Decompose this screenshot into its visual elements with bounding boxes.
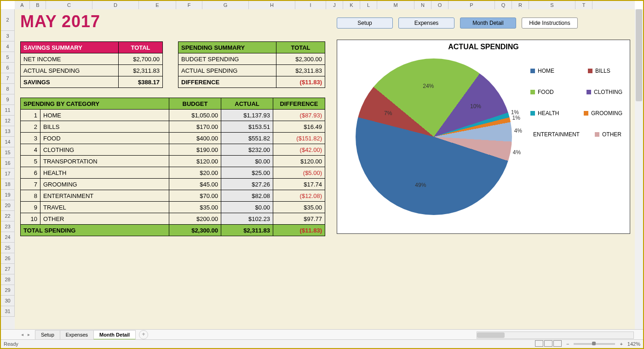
col-header-J[interactable]: J [326, 1, 343, 9]
col-header-G[interactable]: G [202, 1, 249, 9]
row-header-25[interactable]: 25 [1, 243, 15, 253]
diff-label: DIFFERENCE [178, 76, 276, 88]
legend-item: ENTERTAINMENT [530, 131, 572, 138]
row-header-26[interactable]: 26 [1, 253, 15, 264]
hide-instructions-button[interactable]: Hide Instructions [522, 17, 578, 29]
sheet-tab-setup[interactable]: Setup [35, 330, 60, 340]
legend-item: GROOMING [584, 110, 622, 116]
row-header-13[interactable]: 13 [1, 126, 15, 137]
status-bar: Ready − + 142% [1, 339, 643, 348]
row-header-31[interactable]: 31 [1, 306, 15, 317]
savings-value: $388.17 [119, 76, 163, 88]
row-header-14[interactable]: 14 [1, 137, 15, 147]
vertical-scrollbar[interactable] [634, 9, 643, 330]
column-headers: ABCDEFGHIJKLMNOPQRST [15, 1, 635, 10]
sheet-tab-month detail[interactable]: Month Detail [93, 330, 136, 340]
table-row: 10 OTHER $200.00 $102.23 $97.77 [21, 213, 325, 225]
actual-spending-chart: ACTUAL SPENDING 49%7%24%10%1%1%4%4% HOME… [337, 40, 630, 234]
row-header-6[interactable]: 6 [1, 63, 15, 73]
table-row: 8 ENTERTAINMENT $70.00 $82.08 ($12.08) [21, 190, 325, 202]
bycat-header: SPENDING BY CATEGORY [21, 98, 169, 110]
row-header-7[interactable]: 7 [1, 73, 15, 84]
table-row: 2 BILLS $170.00 $153.51 $16.49 [21, 121, 325, 133]
col-header-P[interactable]: P [448, 1, 495, 9]
col-header-S[interactable]: S [529, 1, 575, 9]
spending-summary-table: SPENDING SUMMARY TOTAL BUDGET SPENDING$2… [178, 41, 325, 88]
spending-header: SPENDING SUMMARY [178, 42, 276, 53]
view-mode-icons[interactable] [534, 340, 562, 348]
pie-slice-label: 24% [423, 83, 434, 89]
col-header-Q[interactable]: Q [495, 1, 512, 9]
table-row: ACTUAL SPENDING$2,311.83 [21, 65, 163, 76]
row-header-5[interactable]: 5 [1, 52, 15, 63]
row-header-19[interactable]: 19 [1, 190, 15, 200]
row-headers: 2345678911121314151617181920222324252627… [1, 9, 15, 330]
col-header-L[interactable]: L [360, 1, 377, 9]
sheet-tab-expenses[interactable]: Expenses [60, 330, 94, 340]
row-header-29[interactable]: 29 [1, 285, 15, 296]
col-header-E[interactable]: E [139, 1, 176, 9]
pie-slice-label: 10% [470, 103, 481, 110]
row-header-20[interactable]: 20 [1, 200, 15, 211]
row-header-8[interactable]: 8 [1, 84, 15, 94]
col-header-T[interactable]: T [575, 1, 592, 9]
row-header-17[interactable]: 17 [1, 169, 15, 179]
nav-button-bar: Setup Expenses Month Detail Hide Instruc… [337, 17, 578, 29]
new-sheet-button[interactable]: + [139, 330, 148, 339]
row-header-18[interactable]: 18 [1, 179, 15, 190]
savings-summary-table: SAVINGS SUMMARY TOTAL NET INCOME$2,700.0… [20, 41, 163, 88]
col-header-D[interactable]: D [92, 1, 139, 9]
pie-slice-label: 4% [513, 149, 521, 156]
row-header-28[interactable]: 28 [1, 274, 15, 285]
row-header-30[interactable]: 30 [1, 296, 15, 306]
row-header-2[interactable]: 2 [1, 9, 15, 31]
col-header-N[interactable]: N [414, 1, 431, 9]
row-header-15[interactable]: 15 [1, 147, 15, 158]
horizontal-scrollbar[interactable] [477, 332, 634, 339]
pie-slice-label: 7% [384, 110, 392, 116]
pie-slice-label: 49% [415, 182, 426, 188]
table-row: 3 FOOD $400.00 $551.82 ($151.82) [21, 133, 325, 144]
pie-chart [356, 58, 512, 215]
col-header-O[interactable]: O [431, 1, 448, 9]
category-table: SPENDING BY CATEGORY BUDGET ACTUAL DIFFE… [20, 98, 325, 236]
legend-item: OTHER [595, 131, 622, 138]
tab-nav[interactable]: ◂▸ [19, 332, 31, 337]
col-header-H[interactable]: H [249, 1, 295, 9]
row-header-23[interactable]: 23 [1, 221, 15, 232]
month-detail-button[interactable]: Month Detail [460, 17, 516, 29]
row-header-4[interactable]: 4 [1, 41, 15, 52]
legend-item: HEALTH [530, 110, 561, 116]
col-header-F[interactable]: F [176, 1, 202, 9]
col-header-B[interactable]: B [30, 1, 46, 9]
col-header-R[interactable]: R [512, 1, 529, 9]
col-header-I[interactable]: I [295, 1, 326, 9]
col-header-A[interactable]: A [15, 1, 30, 9]
table-row: BUDGET SPENDING$2,300.00 [178, 53, 325, 65]
table-row: 7 GROOMING $45.00 $27.26 $17.74 [21, 179, 325, 190]
col-header-K[interactable]: K [343, 1, 360, 9]
worksheet-area[interactable]: MAY 2017 Setup Expenses Month Detail Hid… [15, 9, 635, 330]
row-header-11[interactable]: 11 [1, 105, 15, 116]
row-header-27[interactable]: 27 [1, 264, 15, 274]
col-header-C[interactable]: C [46, 1, 92, 9]
col-header-M[interactable]: M [377, 1, 414, 9]
setup-button[interactable]: Setup [337, 17, 393, 29]
row-header-3[interactable]: 3 [1, 31, 15, 41]
legend-item: FOOD [530, 89, 564, 95]
diff-value: ($11.83) [276, 76, 325, 88]
table-row: 6 HEALTH $20.00 $25.00 ($5.00) [21, 167, 325, 179]
chart-title: ACTUAL SPENDING [337, 40, 630, 51]
zoom-level: 142% [627, 341, 640, 347]
row-header-12[interactable]: 12 [1, 116, 15, 126]
row-header-22[interactable]: 22 [1, 211, 15, 221]
zoom-slider[interactable] [574, 343, 615, 345]
spending-total-header: TOTAL [276, 42, 325, 53]
savings-total-header: TOTAL [119, 42, 163, 53]
expenses-button[interactable]: Expenses [398, 17, 454, 29]
legend-item: CLOTHING [586, 89, 622, 95]
row-header-16[interactable]: 16 [1, 158, 15, 169]
table-row: 9 TRAVEL $35.00 $0.00 $35.00 [21, 202, 325, 213]
row-header-24[interactable]: 24 [1, 232, 15, 243]
row-header-9[interactable]: 9 [1, 94, 15, 105]
